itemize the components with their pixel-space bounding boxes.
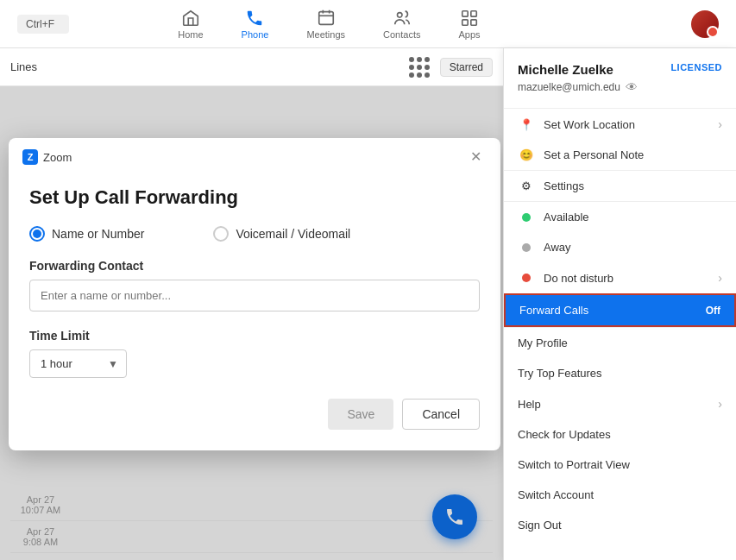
radio-group: Name or Number Voicemail / Videomail (29, 226, 480, 242)
menu-item-sign-out[interactable]: Sign Out (504, 510, 736, 540)
nav-item-phone[interactable]: Phone (235, 5, 276, 43)
top-nav: Ctrl+F Home Phone Meetings (0, 0, 736, 48)
radio-voicemail[interactable]: Voicemail / Videomail (213, 226, 350, 242)
menu-item-try-top-features[interactable]: Try Top Features (504, 358, 736, 388)
status-dnd-icon (518, 274, 535, 282)
time-limit-select[interactable]: 30 seconds 1 minute 5 minutes 1 hour No … (29, 349, 127, 378)
nav-apps-label: Apps (458, 29, 480, 40)
svg-rect-5 (471, 19, 476, 24)
status-available-icon (518, 213, 535, 222)
nav-item-home[interactable]: Home (171, 5, 210, 43)
menu-label-my-profile: My Profile (518, 337, 722, 349)
menu-item-settings[interactable]: ⚙ Settings (504, 171, 736, 201)
lines-bar: Lines Starred (0, 48, 503, 86)
call-forwarding-modal: Z Zoom ✕ Set Up Call Forwarding Name or … (9, 138, 500, 450)
modal-header: Z Zoom ✕ (9, 138, 500, 173)
modal-overlay: Z Zoom ✕ Set Up Call Forwarding Name or … (0, 86, 503, 560)
menu-item-my-profile[interactable]: My Profile (504, 328, 736, 358)
eye-icon[interactable]: 👁 (626, 80, 638, 94)
svg-rect-2 (462, 10, 468, 16)
forwarding-contact-label: Forwarding Contact (29, 259, 480, 273)
cancel-button[interactable]: Cancel (402, 399, 480, 430)
lines-right: Starred (409, 57, 493, 78)
save-button[interactable]: Save (328, 399, 393, 430)
nav-item-contacts[interactable]: Contacts (376, 5, 427, 43)
licensed-badge: LICENSED (670, 62, 722, 72)
menu-label-available: Available (544, 211, 722, 223)
menu-item-away[interactable]: Away (504, 232, 736, 262)
forward-calls-toggle[interactable]: Off (706, 305, 720, 317)
svg-rect-0 (318, 11, 333, 24)
forwarding-contact-input[interactable] (29, 280, 480, 311)
nav-phone-label: Phone (242, 29, 269, 40)
menu-item-forward-calls[interactable]: Forward Calls Off (504, 293, 736, 327)
svg-rect-3 (471, 10, 476, 16)
profile-email: mazuelke@umich.edu (518, 81, 620, 93)
time-limit-label: Time Limit (29, 329, 480, 343)
radio-name-number-circle (29, 226, 45, 242)
lines-label: Lines (10, 60, 37, 73)
nav-home-label: Home (178, 29, 203, 40)
modal-close-button[interactable]: ✕ (465, 148, 487, 166)
menu-item-portrait-view[interactable]: Switch to Portrait View (504, 450, 736, 480)
menu-item-personal-note[interactable]: 😊 Set a Personal Note (504, 140, 736, 170)
menu-label-try-top-features: Try Top Features (518, 367, 722, 380)
nav-items: Home Phone Meetings Con (171, 5, 487, 43)
svg-rect-4 (462, 19, 468, 24)
nav-item-meetings[interactable]: Meetings (299, 5, 352, 43)
starred-button[interactable]: Starred (440, 58, 493, 77)
profile-section: Michelle Zuelke LICENSED mazuelke@umich.… (504, 48, 736, 109)
grid-view-icon[interactable] (409, 57, 430, 78)
user-avatar[interactable] (691, 10, 719, 38)
profile-top: Michelle Zuelke LICENSED (518, 62, 722, 77)
profile-name: Michelle Zuelke (518, 62, 613, 77)
gear-icon: ⚙ (518, 179, 535, 192)
menu-label-check-updates: Check for Updates (518, 428, 722, 441)
help-chevron-right-icon: › (718, 397, 722, 411)
location-icon: 📍 (518, 118, 535, 131)
right-panel: Michelle Zuelke LICENSED mazuelke@umich.… (503, 48, 736, 560)
menu-label-sign-out: Sign Out (518, 519, 722, 532)
menu-label-forward-calls: Forward Calls (519, 304, 697, 317)
menu-item-help[interactable]: Help › (504, 388, 736, 419)
zoom-icon: Z (22, 149, 38, 165)
menu-label-help: Help (518, 398, 709, 411)
menu-item-switch-account[interactable]: Switch Account (504, 480, 736, 510)
menu-label-work-location: Set Work Location (544, 118, 709, 131)
modal-body: Set Up Call Forwarding Name or Number Vo… (9, 173, 500, 450)
radio-voicemail-label: Voicemail / Videomail (236, 227, 350, 241)
left-content: Lines Starred Z Zoom (0, 48, 503, 560)
dnd-chevron-right-icon: › (718, 271, 722, 285)
menu-label-do-not-disturb: Do not disturb (544, 272, 709, 285)
menu-item-do-not-disturb[interactable]: Do not disturb › (504, 262, 736, 293)
menu-label-portrait-view: Switch to Portrait View (518, 458, 722, 471)
main-area: Lines Starred Z Zoom (0, 48, 736, 560)
menu-label-switch-account: Switch Account (518, 488, 722, 501)
content-area: Z Zoom ✕ Set Up Call Forwarding Name or … (0, 86, 503, 560)
radio-name-number-label: Name or Number (52, 227, 144, 241)
status-away-icon (518, 243, 535, 252)
time-limit-wrapper: 30 seconds 1 minute 5 minutes 1 hour No … (29, 349, 127, 378)
menu-label-away: Away (544, 241, 722, 254)
emoji-icon: 😊 (518, 148, 535, 161)
menu-item-work-location[interactable]: 📍 Set Work Location › (504, 109, 736, 140)
menu-item-check-updates[interactable]: Check for Updates (504, 419, 736, 450)
radio-voicemail-circle (213, 226, 229, 242)
profile-email-row: mazuelke@umich.edu 👁 (518, 80, 722, 94)
svg-point-1 (397, 12, 402, 16)
nav-item-apps[interactable]: Apps (451, 5, 487, 43)
search-box[interactable]: Ctrl+F (17, 15, 69, 34)
menu-label-personal-note: Set a Personal Note (544, 148, 722, 161)
menu-item-available[interactable]: Available (504, 202, 736, 232)
radio-name-number[interactable]: Name or Number (29, 226, 144, 242)
search-label: Ctrl+F (26, 18, 54, 30)
nav-meetings-label: Meetings (306, 29, 345, 40)
modal-title: Set Up Call Forwarding (29, 186, 480, 209)
modal-app-name: Zoom (43, 151, 72, 164)
menu-label-settings: Settings (544, 179, 722, 192)
modal-footer: Save Cancel (29, 399, 480, 430)
nav-contacts-label: Contacts (383, 29, 420, 40)
chevron-right-icon: › (718, 117, 722, 131)
